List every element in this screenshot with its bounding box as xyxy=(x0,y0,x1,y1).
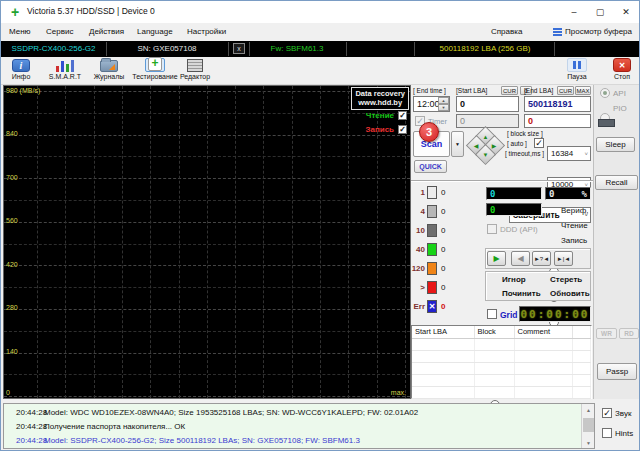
end-time-label: [ End time ] xyxy=(413,87,446,94)
info-button[interactable]: i Инфо xyxy=(5,58,37,84)
passport-button[interactable]: Passp xyxy=(597,363,637,380)
latency-block-err: ✕ xyxy=(427,300,437,313)
end-lba-cur-button[interactable]: CUR xyxy=(557,86,574,95)
block-size-label: [ block size ] xyxy=(507,130,543,137)
latency-count: 0 xyxy=(441,283,445,292)
latency-count: 0 xyxy=(441,245,445,254)
sound-checkbox[interactable]: ✓ xyxy=(602,408,612,418)
col-start-lba: Start LBA xyxy=(412,326,474,338)
latency-label: 40 xyxy=(411,245,425,254)
sleep-button[interactable]: Sleep xyxy=(596,137,635,152)
latency-block-10 xyxy=(427,224,437,237)
green-plus-icon: + xyxy=(148,57,162,71)
step-badge: 3 xyxy=(419,122,439,142)
scroll-up-icon[interactable]: ▲ xyxy=(582,404,595,415)
back-button[interactable]: ◀ xyxy=(511,251,530,266)
stop-button[interactable]: ✕ Стоп xyxy=(606,58,638,84)
minimize-icon[interactable]: – xyxy=(561,1,587,22)
quick-button[interactable]: QUICK xyxy=(414,160,447,173)
read-checkbox[interactable]: ✓ xyxy=(398,111,407,120)
write-checkbox[interactable]: ✓ xyxy=(398,125,407,134)
ddd-checkbox[interactable] xyxy=(487,224,497,234)
seek-question-button[interactable]: ►?◄ xyxy=(532,251,551,266)
start-lba-cur-button[interactable]: CUR xyxy=(501,86,518,95)
hints-checkbox[interactable] xyxy=(602,428,612,438)
log-scrollbar[interactable]: ▲ ▼ xyxy=(581,404,594,448)
editor-button[interactable]: Редактор xyxy=(173,58,217,84)
col-extra xyxy=(572,326,591,338)
menu-item-buffer-view[interactable]: Просмотр буфера xyxy=(565,27,632,36)
menu-item-help[interactable]: Справка xyxy=(491,27,522,36)
current-lba-field: 0 xyxy=(456,114,519,128)
drive-info-bar: SSDPR-CX400-256-G2 SN: GXE057108 x Fw: S… xyxy=(1,41,639,57)
maximize-icon[interactable]: ▢ xyxy=(587,1,613,22)
end-lba-max-button[interactable]: MAX xyxy=(575,86,591,95)
auto-checkbox[interactable]: ✓ xyxy=(534,138,544,148)
scroll-thumb[interactable] xyxy=(583,418,594,432)
latency-count: 0 xyxy=(441,226,445,235)
end-time-input[interactable]: 12:00 ▲ ▼ xyxy=(413,96,450,112)
latency-block-120 xyxy=(427,262,437,275)
ddd-label: DDD (API) xyxy=(500,225,538,234)
menu-item-actions[interactable]: Действия xyxy=(89,27,124,36)
bottom-side-panel: ✓ Звук Hints xyxy=(596,403,640,449)
victoria-window: + Victoria 5.37 HDD/SSD | Device 0 – ▢ ✕… xyxy=(0,0,640,451)
side-column: API PIO Sleep Recall WR RD Passp xyxy=(593,85,639,399)
table-row[interactable] xyxy=(412,374,591,386)
sector-grid-icon xyxy=(187,59,203,72)
scan-dropdown-button[interactable]: ▼ xyxy=(451,131,464,157)
log-panel: 20:44:28 Model: WDC WD10EZEX-08WN4A0; Si… xyxy=(3,403,595,449)
graph-grid xyxy=(4,86,410,398)
test-control-panel: [ End time ] [Start LBA] CUR 0 [End LBA]… xyxy=(411,85,593,399)
pio-label: PIO xyxy=(613,104,627,113)
defect-table[interactable]: Start LBA Block Comment xyxy=(411,325,592,399)
table-row[interactable] xyxy=(412,350,591,362)
api-radio[interactable] xyxy=(600,88,610,98)
end-lba-input[interactable]: 500118191 xyxy=(524,96,591,112)
seek-end-button[interactable]: ►|◄ xyxy=(554,251,573,266)
wr-button: WR xyxy=(596,328,617,339)
grid-checkbox[interactable] xyxy=(487,309,497,319)
start-test-button[interactable]: ▶ xyxy=(487,251,506,266)
close-icon[interactable]: ✕ xyxy=(613,1,639,22)
dpad: ▲ ◀ ▶ ▼ xyxy=(468,128,504,164)
infobar-close-button[interactable]: x xyxy=(233,43,245,54)
block-size-select[interactable]: 16384˅ xyxy=(547,146,591,161)
activity-led xyxy=(598,119,615,127)
smart-chart-icon xyxy=(55,58,75,72)
auto-label: [ auto ] xyxy=(507,140,527,147)
latency-label: Err xyxy=(411,302,425,311)
start-lba-input[interactable]: 0 xyxy=(456,96,519,112)
spin-up-icon[interactable]: ▲ xyxy=(438,97,449,104)
latency-block-4 xyxy=(427,205,437,218)
latency-block-1 xyxy=(427,186,437,199)
menu-bar: Меню Сервис Действия Language Настройки … xyxy=(1,23,639,41)
table-row[interactable] xyxy=(412,338,591,350)
remap-label: Починить xyxy=(502,289,541,298)
pause-icon xyxy=(567,58,587,72)
journals-button[interactable]: Журналы xyxy=(87,58,131,84)
recall-button[interactable]: Recall xyxy=(595,175,638,190)
table-row[interactable] xyxy=(412,362,591,374)
menu-item-menu[interactable]: Меню xyxy=(9,27,31,36)
menu-item-service[interactable]: Сервис xyxy=(46,27,73,36)
divider xyxy=(554,42,555,56)
refresh-label: Обновить xyxy=(550,289,590,298)
smart-button[interactable]: S.M.A.R.T xyxy=(43,58,87,84)
erase-label: Стереть xyxy=(550,275,582,284)
pause-button[interactable]: Пауза xyxy=(561,58,593,84)
menu-item-settings[interactable]: Настройки xyxy=(187,27,226,36)
toolbar: i Инфо S.M.A.R.T Журналы + Тестирование … xyxy=(1,57,639,85)
scale-label: 140 xyxy=(6,348,18,355)
table-row[interactable] xyxy=(412,386,591,398)
spin-down-icon[interactable]: ▼ xyxy=(438,104,449,111)
end-lba-label: [End LBA] xyxy=(524,87,553,94)
drive-firmware: Fw: SBFM61.3 xyxy=(251,44,343,53)
read-label: Чтение xyxy=(561,221,588,230)
latency-block-over xyxy=(427,281,437,294)
scale-label: 280 xyxy=(6,304,18,311)
col-block: Block xyxy=(474,326,514,338)
menu-item-language[interactable]: Language xyxy=(137,27,173,36)
scroll-down-icon[interactable]: ▼ xyxy=(582,437,595,448)
error-count-field: 0 xyxy=(524,114,591,128)
